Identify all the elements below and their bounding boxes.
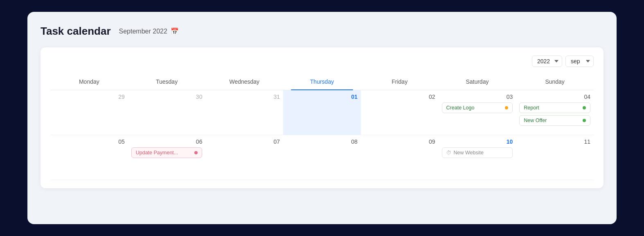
task-label: Update Payment... (136, 150, 178, 156)
task-report[interactable]: Report (519, 102, 590, 113)
day-cell-05: 05 (50, 135, 128, 180)
day-cell-01: 01 (283, 90, 361, 135)
year-select[interactable]: 2022 2023 (532, 56, 562, 67)
header: Task calendar September 2022 📅 (41, 25, 603, 38)
day-number-31: 31 (209, 94, 280, 100)
day-number-02: 02 (364, 94, 435, 100)
day-cell-02: 02 (361, 90, 439, 135)
calendar-wrapper: 2022 2023 janfebmar aprmayjun julaugsep … (41, 47, 603, 188)
month-select-wrapper: janfebmar aprmayjun julaugsep octnovdec (565, 56, 594, 67)
task-label: New Website (454, 150, 484, 156)
year-select-wrapper: 2022 2023 (532, 56, 562, 67)
task-dot (194, 151, 198, 154)
header-month-year: September 2022 (119, 28, 167, 35)
app-container: Task calendar September 2022 📅 2022 2023… (27, 12, 617, 224)
day-number-10: 10 (442, 138, 513, 145)
day-cell-29: 29 (50, 90, 128, 135)
task-new-website[interactable]: ⏱ New Website (442, 147, 513, 158)
day-number-09: 09 (364, 138, 435, 145)
task-create-logo[interactable]: Create Logo (442, 102, 513, 113)
day-cell-03: 03 Create Logo (439, 90, 516, 135)
day-cell-07: 07 (205, 135, 283, 180)
day-cell-11: 11 (516, 135, 594, 180)
day-cell-31: 31 (205, 90, 283, 135)
task-label: New Offer (524, 118, 547, 123)
day-header-sunday: Sunday (516, 75, 594, 90)
day-header-saturday: Saturday (439, 75, 516, 90)
day-header-thursday: Thursday (283, 75, 361, 90)
day-number-30: 30 (131, 94, 203, 100)
day-number-03: 03 (442, 94, 513, 100)
day-cell-04: 04 Report New Offer (516, 90, 594, 135)
day-number-08: 08 (286, 138, 358, 145)
task-dot (583, 106, 586, 109)
day-cell-08: 08 (283, 135, 361, 180)
task-label: Create Logo (446, 105, 475, 111)
day-header-monday: Monday (50, 75, 128, 90)
day-cell-09: 09 (361, 135, 439, 180)
calendar-controls: 2022 2023 janfebmar aprmayjun julaugsep … (50, 56, 594, 67)
clock-icon: ⏱ (446, 150, 451, 156)
task-dot (505, 106, 508, 109)
day-cell-06: 06 Update Payment... (128, 135, 206, 180)
day-header-friday: Friday (361, 75, 439, 90)
calendar-grid: Monday Tuesday Wednesday Thursday Friday… (50, 75, 594, 180)
day-cell-10: 10 ⏱ New Website (439, 135, 516, 180)
header-date: September 2022 📅 (119, 27, 179, 35)
day-header-tuesday: Tuesday (128, 75, 206, 90)
day-number-05: 05 (54, 138, 125, 145)
day-number-07: 07 (209, 138, 280, 145)
task-dot (583, 119, 586, 122)
month-select[interactable]: janfebmar aprmayjun julaugsep octnovdec (565, 56, 594, 67)
page-title: Task calendar (41, 25, 111, 38)
task-new-offer[interactable]: New Offer (519, 115, 590, 126)
day-number-29: 29 (54, 94, 125, 100)
calendar-icon: 📅 (171, 27, 179, 35)
day-number-04: 04 (519, 94, 590, 100)
task-update-payment[interactable]: Update Payment... (131, 147, 203, 158)
task-label: Report (524, 105, 539, 111)
day-number-06: 06 (131, 138, 203, 145)
day-number-01: 01 (286, 94, 358, 100)
day-number-11: 11 (519, 138, 590, 145)
day-header-wednesday: Wednesday (205, 75, 283, 90)
day-cell-30: 30 (128, 90, 206, 135)
